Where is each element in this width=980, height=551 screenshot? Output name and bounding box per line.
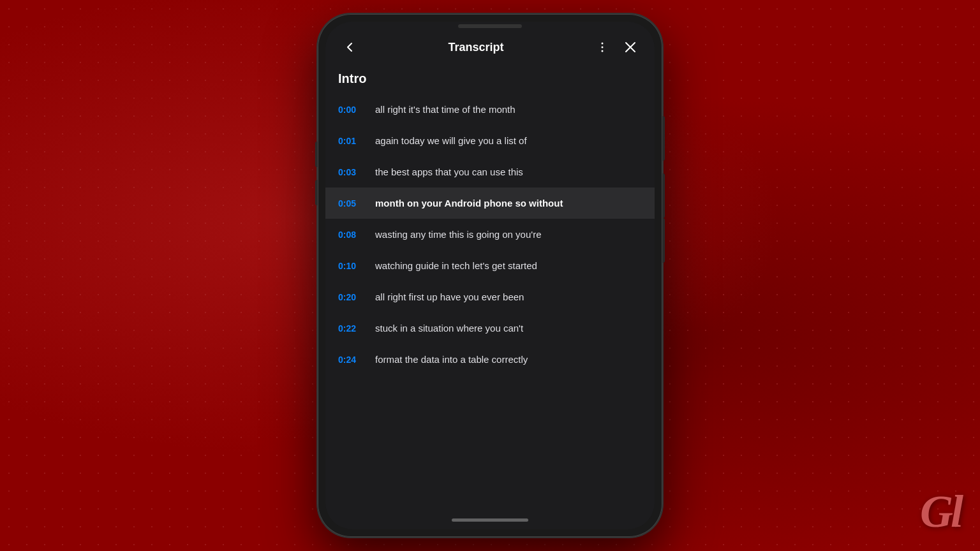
transcript-row[interactable]: 0:01again today we will give you a list … [325, 125, 655, 156]
svg-point-0 [602, 43, 604, 45]
transcript-text: all right it's that time of the month [375, 103, 516, 116]
close-button[interactable] [619, 36, 642, 59]
transcript-text: stuck in a situation where you can't [375, 321, 523, 335]
more-button[interactable] [591, 36, 614, 59]
timestamp: 0:05 [338, 198, 362, 209]
transcript-row[interactable]: 0:22stuck in a situation where you can't [325, 312, 655, 344]
timestamp: 0:20 [338, 292, 362, 302]
timestamp: 0:22 [338, 323, 362, 334]
transcript-row[interactable]: 0:10watching guide in tech let's get sta… [325, 250, 655, 281]
transcript-row[interactable]: 0:08wasting any time this is going on yo… [325, 219, 655, 250]
svg-point-2 [602, 50, 604, 52]
status-pill [458, 24, 522, 28]
timestamp: 0:00 [338, 105, 362, 115]
timestamp: 0:10 [338, 261, 362, 271]
transcript-row[interactable]: 0:24format the data into a table correct… [325, 344, 655, 375]
transcript-text: again today we will give you a list of [375, 134, 527, 147]
transcript-list: 0:00all right it's that time of the mont… [325, 94, 655, 375]
timestamp: 0:08 [338, 230, 362, 240]
transcript-row[interactable]: 0:03the best apps that you can use this [325, 156, 655, 187]
transcript-text: wasting any time this is going on you're [375, 228, 542, 241]
transcript-text: the best apps that you can use this [375, 165, 523, 179]
home-indicator [325, 510, 655, 529]
transcript-text: format the data into a table correctly [375, 353, 528, 366]
phone-frame: Transcript Intro [318, 14, 662, 537]
section-title: Intro [325, 66, 655, 94]
header: Transcript [325, 31, 655, 66]
svg-point-1 [602, 47, 604, 48]
header-title: Transcript [448, 41, 503, 54]
transcript-text: watching guide in tech let's get started [375, 259, 537, 272]
transcript-content: Intro 0:00all right it's that time of th… [325, 66, 655, 510]
timestamp: 0:24 [338, 355, 362, 365]
status-bar [325, 22, 655, 31]
transcript-text: all right first up have you ever been [375, 290, 524, 304]
timestamp: 0:03 [338, 167, 362, 177]
transcript-row[interactable]: 0:00all right it's that time of the mont… [325, 94, 655, 125]
timestamp: 0:01 [338, 136, 362, 146]
back-button[interactable] [338, 36, 361, 59]
transcript-row[interactable]: 0:05month on your Android phone so witho… [325, 187, 655, 219]
transcript-row[interactable]: 0:20all right first up have you ever bee… [325, 281, 655, 312]
home-bar [452, 518, 528, 522]
phone-screen: Transcript Intro [325, 22, 655, 529]
transcript-text: month on your Android phone so without [375, 196, 563, 210]
watermark: Gl [920, 485, 961, 538]
